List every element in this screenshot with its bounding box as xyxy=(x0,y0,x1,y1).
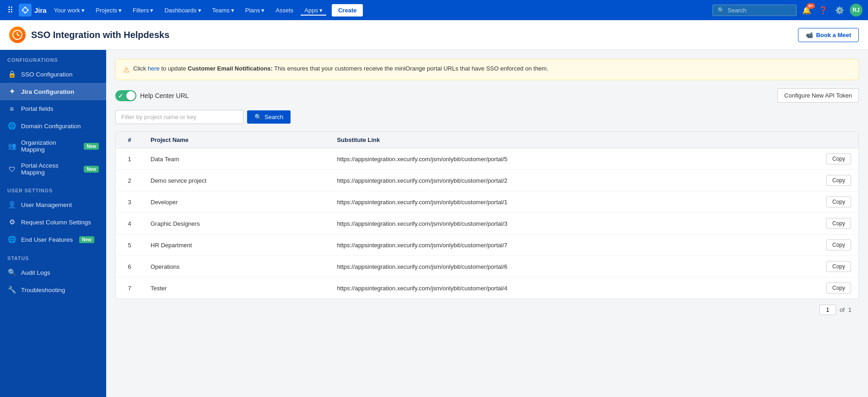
config-icon: ✦ xyxy=(7,87,16,96)
main-layout: CONFIGURATIONS 🔒 SSO Configuration ✦ Jir… xyxy=(0,50,868,397)
user-icon: 👤 xyxy=(7,201,16,209)
nav-apps[interactable]: Apps▾ xyxy=(301,5,326,16)
sidebar-item-user-management[interactable]: 👤 User Management xyxy=(0,196,106,213)
avatar[interactable]: RJ xyxy=(850,4,863,16)
cell-num: 7 xyxy=(116,277,143,299)
col-header-project-name: Project Name xyxy=(143,132,329,148)
pagination-total: 1 xyxy=(848,306,852,313)
search-icon: 🔍 xyxy=(717,7,725,14)
table-row: 4 Graphic Designers https://appsintegrat… xyxy=(116,213,858,234)
lock-icon: 🔒 xyxy=(7,70,16,78)
table-row: 3 Developer https://appsintegration.xecu… xyxy=(116,191,858,213)
toggle-container: ✓ Help Center URL xyxy=(115,90,189,101)
table-header-row: # Project Name Substitute Link xyxy=(116,132,858,148)
cell-link: https://appsintegration.xecurify.com/jsm… xyxy=(329,256,819,277)
new-badge-org: New xyxy=(84,143,99,150)
cell-link: https://appsintegration.xecurify.com/jsm… xyxy=(329,277,819,299)
col-header-num: # xyxy=(116,132,143,148)
cell-project-name: Tester xyxy=(143,277,329,299)
col-header-substitute-link: Substitute Link xyxy=(329,132,819,148)
help-center-toggle[interactable]: ✓ xyxy=(115,90,136,101)
page-number-input[interactable] xyxy=(819,305,836,315)
nav-filters[interactable]: Filters▾ xyxy=(129,5,157,16)
search-button[interactable]: 🔍 Search xyxy=(247,110,291,124)
app-header: SSO Integration with Helpdesks 📹 Book a … xyxy=(0,20,868,50)
search-bar[interactable]: 🔍 xyxy=(712,5,797,16)
globe-icon: 🌐 xyxy=(7,122,16,130)
copy-button[interactable]: Copy xyxy=(826,153,851,164)
users-icon: 👥 xyxy=(7,142,16,150)
cell-num: 1 xyxy=(116,148,143,170)
table-row: 6 Operations https://appsintegration.xec… xyxy=(116,256,858,277)
sidebar-item-sso-configuration[interactable]: 🔒 SSO Configuration xyxy=(0,65,106,83)
nav-plans[interactable]: Plans▾ xyxy=(242,5,269,16)
cell-project-name: Demo service project xyxy=(143,170,329,191)
new-badge-enduser: New xyxy=(79,236,94,243)
search-row: 🔍 Search xyxy=(115,110,859,124)
sidebar-item-troubleshooting[interactable]: 🔧 Troubleshooting xyxy=(0,281,106,299)
nav-assets[interactable]: Assets xyxy=(272,5,297,16)
search-btn-icon: 🔍 xyxy=(254,114,262,120)
projects-table: # Project Name Substitute Link 1 Data Te… xyxy=(116,132,858,299)
pagination-of-label: of xyxy=(840,306,845,313)
book-meet-button[interactable]: 📹 Book a Meet xyxy=(798,28,859,42)
cell-project-name: Operations xyxy=(143,256,329,277)
warning-icon: ⚠ xyxy=(123,65,129,74)
nav-teams[interactable]: Teams▾ xyxy=(209,5,238,16)
sidebar: CONFIGURATIONS 🔒 SSO Configuration ✦ Jir… xyxy=(0,50,106,397)
sidebar-item-organization-mapping[interactable]: 👥 Organization Mapping New xyxy=(0,135,106,158)
wrench-icon: 🔧 xyxy=(7,286,16,294)
video-icon: 📹 xyxy=(806,32,813,38)
cell-link: https://appsintegration.xecurify.com/jsm… xyxy=(329,148,819,170)
alert-link[interactable]: here xyxy=(148,65,160,72)
copy-button[interactable]: Copy xyxy=(826,175,851,186)
sidebar-item-request-column-settings[interactable]: ⚙ Request Column Settings xyxy=(0,213,106,231)
table-row: 2 Demo service project https://appsinteg… xyxy=(116,170,858,191)
nav-projects[interactable]: Projects▾ xyxy=(92,5,125,16)
cell-num: 4 xyxy=(116,213,143,234)
app-header-left: SSO Integration with Helpdesks xyxy=(9,27,169,43)
cell-link: https://appsintegration.xecurify.com/jsm… xyxy=(329,170,819,191)
cell-copy: Copy xyxy=(819,277,858,299)
sidebar-item-domain-configuration[interactable]: 🌐 Domain Configuration xyxy=(0,117,106,135)
copy-button[interactable]: Copy xyxy=(826,218,851,229)
table-row: 7 Tester https://appsintegration.xecurif… xyxy=(116,277,858,299)
sidebar-item-jira-configuration[interactable]: ✦ Jira Configuration xyxy=(0,83,106,100)
cell-project-name: Graphic Designers xyxy=(143,213,329,234)
copy-button[interactable]: Copy xyxy=(826,196,851,207)
configure-api-token-button[interactable]: Configure New API Token xyxy=(777,88,859,103)
sidebar-item-audit-logs[interactable]: 🔍 Audit Logs xyxy=(0,264,106,281)
filter-input[interactable] xyxy=(115,110,243,124)
copy-button[interactable]: Copy xyxy=(826,283,851,294)
top-navigation: ⠿ Jira Your work▾ Projects▾ Filters▾ Das… xyxy=(0,0,868,20)
audit-icon: 🔍 xyxy=(7,268,16,277)
cell-project-name: HR Department xyxy=(143,234,329,256)
sidebar-item-portal-fields[interactable]: ≡ Portal fields xyxy=(0,100,106,117)
jira-logo[interactable]: Jira xyxy=(19,4,47,16)
cell-num: 2 xyxy=(116,170,143,191)
toggle-label: Help Center URL xyxy=(140,92,189,99)
cell-copy: Copy xyxy=(819,191,858,213)
search-input[interactable] xyxy=(728,7,792,14)
sidebar-section-status: STATUS xyxy=(0,248,106,264)
jira-logo-text: Jira xyxy=(34,6,47,14)
controls-row: ✓ Help Center URL Configure New API Toke… xyxy=(115,88,859,103)
cell-copy: Copy xyxy=(819,213,858,234)
nav-your-work[interactable]: Your work▾ xyxy=(50,5,88,16)
settings-button[interactable]: ⚙️ xyxy=(833,4,846,16)
cell-num: 5 xyxy=(116,234,143,256)
nav-dashboards[interactable]: Dashboards▾ xyxy=(161,5,205,16)
copy-button[interactable]: Copy xyxy=(826,239,851,250)
grid-icon[interactable]: ⠿ xyxy=(5,3,15,17)
col-header-action xyxy=(819,132,858,148)
cell-link: https://appsintegration.xecurify.com/jsm… xyxy=(329,213,819,234)
cell-link: https://appsintegration.xecurify.com/jsm… xyxy=(329,191,819,213)
create-button[interactable]: Create xyxy=(332,4,363,16)
sidebar-item-end-user-features[interactable]: 🌐 End User Features New xyxy=(0,231,106,248)
cell-num: 3 xyxy=(116,191,143,213)
copy-button[interactable]: Copy xyxy=(826,261,851,272)
notifications-button[interactable]: 🔔 9+ xyxy=(800,4,813,16)
cell-copy: Copy xyxy=(819,148,858,170)
help-button[interactable]: ❓ xyxy=(817,4,830,16)
sidebar-item-portal-access-mapping[interactable]: 🛡 Portal Access Mapping New xyxy=(0,158,106,180)
